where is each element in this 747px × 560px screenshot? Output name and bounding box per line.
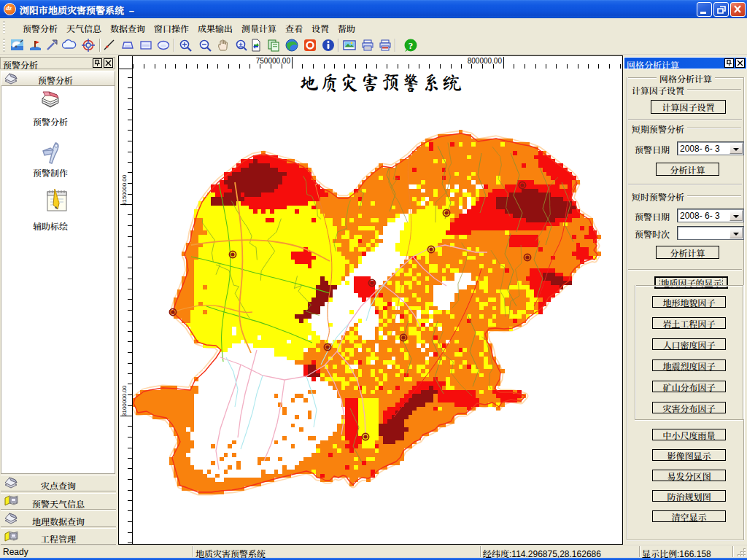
svg-text:?: ? [409, 40, 414, 51]
